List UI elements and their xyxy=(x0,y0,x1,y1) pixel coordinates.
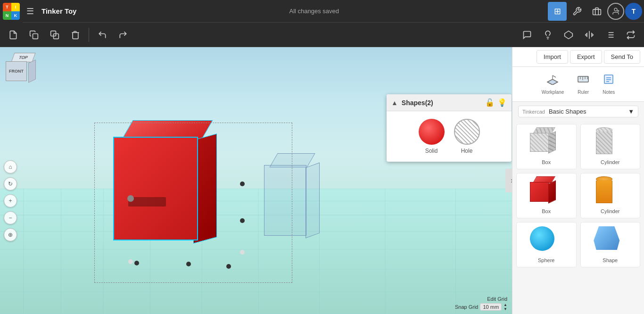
hole-option[interactable]: Hole xyxy=(454,119,480,154)
flip-button[interactable] xyxy=(621,25,640,44)
user-avatar[interactable]: T xyxy=(625,3,642,20)
nav-controls: ⌂ ↻ + − ⊕ xyxy=(4,160,17,241)
library-dropdown[interactable]: Tinkercad Basic Shapes ▼ xyxy=(518,106,638,117)
shapes-lock-button[interactable]: 🔓 xyxy=(485,98,495,107)
svg-rect-4 xyxy=(33,33,38,39)
library-name: Basic Shapes xyxy=(549,108,586,115)
zoom-in-button[interactable]: + xyxy=(4,194,17,207)
shape-card-box-grey-label: Box xyxy=(542,159,551,165)
handle-dot-left[interactable] xyxy=(128,259,133,264)
import-button[interactable]: Import xyxy=(537,50,568,64)
delete-button[interactable] xyxy=(66,25,85,44)
ghost-box-object[interactable] xyxy=(264,151,316,236)
handle-dot-bottom-right[interactable] xyxy=(240,250,245,255)
sphere-blue-preview xyxy=(530,226,563,255)
library-dropdown-arrow: ▼ xyxy=(628,108,634,115)
shape-card-sphere-blue-label: Sphere xyxy=(538,257,554,263)
right-panel-action-buttons: Import Export Send To xyxy=(512,47,644,67)
viewport[interactable]: TOP FRONT ⌂ ↻ + − ⊕ xyxy=(0,47,512,314)
workplane-tool[interactable]: Workplane xyxy=(538,72,568,97)
orbit-button[interactable]: ↻ xyxy=(4,177,17,190)
copy-button[interactable] xyxy=(25,25,43,44)
shape-button[interactable] xyxy=(559,25,578,44)
shape-card-box-grey[interactable]: Box xyxy=(516,124,577,169)
new-button[interactable] xyxy=(4,25,23,44)
snap-grid-label: Snap Grid xyxy=(455,304,479,310)
box-red-preview xyxy=(530,177,563,206)
box-grey-preview xyxy=(530,128,563,157)
red-box-object[interactable] xyxy=(104,123,207,240)
comment-button[interactable] xyxy=(518,25,537,44)
svg-marker-17 xyxy=(0,189,512,314)
mirror-button[interactable] xyxy=(580,25,599,44)
cyl-grey-preview xyxy=(594,128,627,157)
fit-button[interactable]: ⊕ xyxy=(4,228,17,241)
svg-rect-0 xyxy=(593,9,601,15)
hole-circle xyxy=(454,119,480,145)
ghost-box-side xyxy=(305,163,320,239)
shapes-collapse-button[interactable]: ▲ xyxy=(391,99,398,107)
redo-button[interactable] xyxy=(114,25,132,44)
red-box-top-face xyxy=(122,120,213,139)
grid-view-button[interactable]: ⊞ xyxy=(548,2,567,21)
solid-option[interactable]: Solid xyxy=(419,119,445,154)
app-logo[interactable]: T I N K xyxy=(0,0,23,23)
edit-grid-link[interactable]: Edit Grid xyxy=(487,296,507,302)
orientation-cube[interactable]: TOP FRONT xyxy=(6,53,41,88)
right-panel-tool-buttons: Workplane Ruler xyxy=(512,67,644,102)
hammer-button[interactable] xyxy=(568,2,586,21)
snap-value[interactable]: 10 mm xyxy=(480,303,502,311)
shape-card-sphere-blue[interactable]: Sphere xyxy=(516,222,577,267)
handle-dot-right[interactable] xyxy=(240,182,245,186)
app-menu-icon[interactable]: ☰ xyxy=(23,6,38,17)
snap-grid-info: Snap Grid 10 mm ▲▼ xyxy=(455,303,507,311)
shape-card-box-red[interactable]: Box xyxy=(516,173,577,218)
toolbar xyxy=(0,23,644,47)
logo-tl: T xyxy=(3,3,11,11)
undo-button[interactable] xyxy=(93,25,112,44)
svg-point-1 xyxy=(614,8,617,11)
logo-bl: N xyxy=(3,11,11,20)
shape-card-blue-shape[interactable]: Shape xyxy=(580,222,641,267)
blue-shape-preview xyxy=(594,226,627,255)
shapes-panel: ▲ Shapes(2) 🔓 💡 Solid Hole xyxy=(387,94,512,162)
bulb-button[interactable] xyxy=(538,25,557,44)
ghost-box-front xyxy=(264,165,306,236)
hole-label: Hole xyxy=(461,148,473,154)
send-to-button[interactable]: Send To xyxy=(604,50,640,64)
snap-stepper[interactable]: ▲▼ xyxy=(504,303,507,311)
red-box-front-face xyxy=(113,137,198,240)
shape-card-cyl-orange[interactable]: Cylinder xyxy=(580,173,641,218)
home-view-button[interactable]: ⌂ xyxy=(4,160,17,174)
add-user-button[interactable] xyxy=(607,3,624,20)
shape-card-cyl-grey-label: Cylinder xyxy=(601,159,619,165)
duplicate-button[interactable] xyxy=(45,25,64,44)
project-name[interactable]: Tinker Toy xyxy=(38,7,80,15)
zoom-out-button[interactable]: − xyxy=(4,211,17,224)
workplane-icon xyxy=(546,74,559,88)
shape-card-cyl-grey[interactable]: Cylinder xyxy=(580,124,641,169)
svg-marker-9 xyxy=(565,31,573,39)
shapes-panel-title: Shapes(2) xyxy=(402,99,485,107)
logo-tr: I xyxy=(11,3,20,11)
briefcase-button[interactable] xyxy=(587,2,606,21)
ruler-label: Ruler xyxy=(578,90,589,95)
cube-front-face: FRONT xyxy=(6,61,27,81)
ruler-icon xyxy=(577,74,589,88)
handle-dot-bottom-left[interactable] xyxy=(134,261,139,265)
export-button[interactable]: Export xyxy=(570,50,602,64)
handle-dot-bottom-right2[interactable] xyxy=(226,264,231,269)
svg-rect-40 xyxy=(604,75,613,83)
shapes-visibility-button[interactable]: 💡 xyxy=(497,98,507,107)
ruler-tool[interactable]: Ruler xyxy=(573,72,593,97)
shape-card-blue-shape-label: Shape xyxy=(603,257,618,263)
cube-side-face xyxy=(28,59,36,83)
collapse-panel-button[interactable]: › xyxy=(505,169,512,192)
logo-br: K xyxy=(11,11,20,20)
save-status: All changes saved xyxy=(289,8,339,15)
notes-tool[interactable]: Notes xyxy=(599,72,619,97)
viewport-bottom-info: Edit Grid Snap Grid 10 mm ▲▼ xyxy=(455,296,507,311)
align-button[interactable] xyxy=(601,25,619,44)
handle-dot-mid-right[interactable] xyxy=(240,218,245,223)
handle-dot-bottom-mid[interactable] xyxy=(186,262,191,266)
